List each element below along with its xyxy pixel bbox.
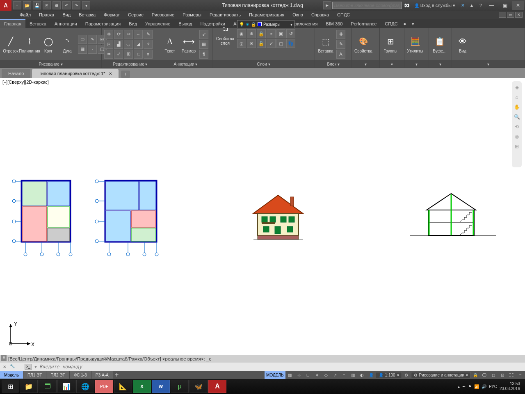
extend-icon[interactable]: ↔: [134, 30, 143, 39]
layer-off-icon[interactable]: ◉: [237, 29, 246, 38]
nav-pan-icon[interactable]: ✋: [513, 103, 520, 111]
menu-help[interactable]: Справка: [308, 11, 332, 18]
leader-icon[interactable]: ↙: [199, 30, 208, 39]
command-input[interactable]: [39, 364, 523, 370]
menu-edit[interactable]: Правка: [36, 11, 57, 18]
circle-button[interactable]: ◯Круг: [40, 35, 57, 53]
doctab-current[interactable]: Типовая планировка коттедж 1* ✕: [32, 69, 118, 78]
qat-new-icon[interactable]: ▫: [13, 1, 21, 9]
qat-save-icon[interactable]: 💾: [33, 1, 41, 9]
panel-modify-title[interactable]: Редактирование ▾: [102, 60, 159, 68]
tray-defender-icon[interactable]: ⚑: [468, 384, 472, 389]
ribbon-tab-insert[interactable]: Вставка: [25, 20, 50, 28]
align-icon[interactable]: ≡: [144, 50, 153, 59]
tray-feather-icon[interactable]: ✒: [462, 384, 466, 389]
properties-button[interactable]: 🎨Свойства: [354, 35, 372, 53]
taskbar-app2-icon[interactable]: 🦋: [189, 380, 208, 393]
cmd-close-icon[interactable]: ✕: [2, 364, 7, 370]
layer-prev-icon[interactable]: ↺: [286, 29, 295, 38]
utilities-button[interactable]: 🧮Утилиты: [407, 35, 423, 53]
sb-lw-icon[interactable]: ≡: [340, 371, 349, 379]
layer-iso-icon[interactable]: ▣: [276, 29, 285, 38]
navigation-bar[interactable]: ◈ ⌂ ✋ 🔍 ⟲ ◎ ⊞: [512, 81, 522, 167]
doc-close-button[interactable]: ✕: [515, 12, 523, 18]
sb-anno-icon[interactable]: 👤: [367, 371, 376, 379]
menu-file[interactable]: Файл: [16, 11, 34, 18]
taskbar-store-icon[interactable]: 🗔: [39, 380, 57, 393]
panel-annot-title[interactable]: Аннотации ▾: [159, 60, 212, 68]
menu-spds[interactable]: СПДС: [334, 11, 353, 18]
panel-view-title[interactable]: ▾: [452, 60, 525, 68]
menu-tools[interactable]: Сервис: [125, 11, 147, 18]
rotate-icon[interactable]: ⟳: [114, 30, 123, 39]
layer-freeze-icon[interactable]: ❄: [247, 29, 256, 38]
ribbon-bullet-icon[interactable]: ●: [404, 21, 410, 28]
draw-spline-icon[interactable]: ∿: [88, 35, 97, 44]
sb-workspace-dropdown[interactable]: ⚙ Рисование и аннотации ▾: [411, 372, 471, 378]
arc-button[interactable]: ◝Дуга: [59, 35, 75, 53]
sb-lock-icon[interactable]: 🔒: [471, 371, 480, 379]
ribbon-tab-home[interactable]: Главная: [0, 19, 25, 28]
copy-icon[interactable]: ⎘: [104, 40, 113, 49]
doc-restore-button[interactable]: ▭: [507, 12, 514, 18]
panel-utils-title[interactable]: ▾: [404, 60, 429, 68]
sb-otrack-icon[interactable]: ↗: [331, 371, 340, 379]
panel-groups-title[interactable]: ▾: [380, 60, 404, 68]
qat-undo-icon[interactable]: ↶: [62, 1, 71, 9]
mirror-icon[interactable]: ▟: [114, 40, 123, 49]
taskbar-app1-icon[interactable]: 📐: [114, 380, 132, 393]
offset-icon[interactable]: ⊏: [134, 50, 143, 59]
layer-match-icon[interactable]: ≈: [267, 29, 276, 38]
ribbon-tab-manage[interactable]: Управление: [141, 20, 174, 28]
sb-model-button[interactable]: МОДЕЛЬ: [265, 371, 285, 379]
ribbon-tab-spds[interactable]: СПДС: [381, 20, 402, 28]
tray-volume-icon[interactable]: 🔊: [482, 384, 486, 389]
panel-draw-title[interactable]: Рисование ▾: [0, 60, 101, 68]
draw-hatch-icon[interactable]: ▦: [78, 45, 87, 54]
minimize-button[interactable]: —: [486, 1, 498, 10]
layout-tab-1[interactable]: ПЛ1 ЭТ: [23, 371, 46, 379]
explode-icon[interactable]: ✧: [144, 40, 153, 49]
sb-monitor-icon[interactable]: 🖵: [480, 371, 489, 379]
cmd-grip-icon[interactable]: ⠿: [1, 355, 7, 361]
start-button[interactable]: ⊞: [2, 380, 19, 393]
maximize-button[interactable]: ▣: [499, 1, 511, 10]
erase-icon[interactable]: ✎: [144, 30, 153, 39]
panel-clip-title[interactable]: ▾: [429, 60, 452, 68]
ribbon-tab-bim360[interactable]: BIM 360: [322, 20, 347, 28]
taskbar-explorer-icon[interactable]: 📁: [20, 380, 38, 393]
chamfer-icon[interactable]: ◢: [134, 40, 143, 49]
edit-block-icon[interactable]: ✎: [336, 40, 345, 49]
polyline-button[interactable]: ⌇Полилиния: [21, 35, 38, 53]
trim-icon[interactable]: ✂: [124, 30, 133, 39]
attr-block-icon[interactable]: A: [336, 50, 345, 59]
nav-orbit-icon[interactable]: ⟲: [513, 123, 520, 130]
menu-parametric[interactable]: Параметризация: [246, 11, 288, 18]
menu-format[interactable]: Формат: [100, 11, 123, 18]
sb-clean-icon[interactable]: ⛶: [507, 371, 516, 379]
create-block-icon[interactable]: ✚: [336, 30, 345, 39]
binoculars-icon[interactable]: 👀: [403, 2, 411, 9]
ribbon-tab-performance[interactable]: Performance: [347, 20, 381, 28]
nav-home-icon[interactable]: ⌂: [513, 94, 520, 101]
app-logo[interactable]: A: [0, 0, 11, 11]
stretch-icon[interactable]: ⇔: [104, 50, 113, 59]
exchange-icon[interactable]: ✕: [459, 2, 467, 9]
layout-tab-4[interactable]: РЗ А-А: [91, 371, 113, 379]
layer-walk-icon[interactable]: 👣: [286, 39, 295, 48]
layer-uniso-icon[interactable]: ▢: [276, 39, 285, 48]
sb-custom-icon[interactable]: ≡: [516, 371, 525, 379]
table-icon[interactable]: ▦: [199, 40, 208, 49]
taskbar-chrome-icon[interactable]: 🌐: [76, 380, 94, 393]
ribbon-tab-view[interactable]: Вид: [125, 20, 141, 28]
doc-minimize-button[interactable]: —: [499, 12, 506, 18]
drawing-canvas[interactable]: [–][Сверху][2D-каркас]: [0, 78, 525, 355]
sb-isolate-icon[interactable]: ◻: [489, 371, 498, 379]
ribbon-tab-output[interactable]: Вывод: [174, 20, 196, 28]
sb-ortho-icon[interactable]: ∟: [304, 371, 313, 379]
taskbar-excel-icon[interactable]: X: [133, 380, 151, 393]
nav-wheel-icon[interactable]: ◎: [513, 133, 520, 140]
nav-zoom-icon[interactable]: 🔍: [513, 113, 520, 121]
viewcube-icon[interactable]: ◈: [513, 84, 520, 91]
search-trigger-icon[interactable]: ▶: [323, 1, 331, 9]
